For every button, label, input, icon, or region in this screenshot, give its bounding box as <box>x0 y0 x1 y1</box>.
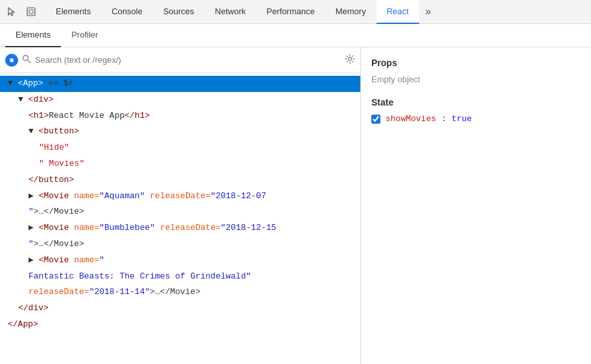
cursor-icon[interactable] <box>3 3 21 21</box>
top-tab-console[interactable]: Console <box>101 0 153 24</box>
state-value: true <box>452 114 472 124</box>
search-bar <box>0 47 360 73</box>
sub-tab-elements-sub[interactable]: Elements <box>5 24 61 47</box>
tree-line[interactable]: ">…</Movie> <box>0 204 360 220</box>
svg-rect-1 <box>29 10 33 14</box>
top-tab-memory[interactable]: Memory <box>325 0 377 24</box>
settings-icon[interactable] <box>345 54 355 67</box>
sub-tab-profiler[interactable]: Profiler <box>61 24 108 47</box>
svg-point-2 <box>23 56 29 61</box>
tree-line[interactable]: Fantastic Beasts: The Crimes of Grindelw… <box>0 269 360 285</box>
show-movies-checkbox[interactable] <box>371 115 380 124</box>
target-icon[interactable] <box>5 54 18 67</box>
tree-line[interactable]: ▼ <div> <box>0 92 360 108</box>
tree-line[interactable]: <h1>React Movie App</h1> <box>0 108 360 124</box>
svg-line-3 <box>28 60 30 63</box>
tree-line[interactable]: ">…</Movie> <box>0 236 360 253</box>
devtools-icon-buttons <box>3 3 40 21</box>
tree-line[interactable]: releaseDate="2018-11-14">…</Movie> <box>0 284 360 301</box>
top-tab-react[interactable]: React <box>377 0 419 24</box>
search-icon <box>22 54 31 65</box>
tree-line[interactable]: ▶ <Movie name="Aquaman" releaseDate="201… <box>0 188 360 205</box>
main-content: ▼ <App> == $r▼ <div><h1>React Movie App<… <box>0 47 591 364</box>
svg-point-4 <box>349 57 352 60</box>
props-title: Props <box>371 58 581 68</box>
top-tab-performance[interactable]: Performance <box>256 0 325 24</box>
top-tab-sources[interactable]: Sources <box>153 0 205 24</box>
tree-line[interactable]: </button> <box>0 172 360 188</box>
state-title: State <box>371 97 581 108</box>
tree-line[interactable]: </div> <box>0 301 360 317</box>
component-tree-panel: ▼ <App> == $r▼ <div><h1>React Movie App<… <box>0 47 361 364</box>
top-tab-elements[interactable]: Elements <box>45 0 101 24</box>
props-empty: Empty object <box>371 74 581 84</box>
top-tabs-list: ElementsConsoleSourcesNetworkPerformance… <box>45 0 419 24</box>
tree-line[interactable]: ▼ <App> == $r <box>0 76 360 92</box>
tree-line[interactable]: " Movies" <box>0 156 360 172</box>
inspect-icon[interactable] <box>22 3 40 21</box>
tree-line[interactable]: "Hide" <box>0 140 360 156</box>
tree-line[interactable]: ▶ <Movie name="Bumblebee" releaseDate="2… <box>0 220 360 236</box>
tree-line[interactable]: </App> <box>0 317 360 333</box>
state-row: showMovies : true <box>371 114 581 124</box>
component-tree[interactable]: ▼ <App> == $r▼ <div><h1>React Movie App<… <box>0 73 360 364</box>
svg-rect-0 <box>27 8 35 16</box>
sub-tabs-list: ElementsProfiler <box>5 24 108 47</box>
tree-line[interactable]: ▶ <Movie name=" <box>0 253 360 269</box>
tree-line[interactable]: ▼ <button> <box>0 124 360 140</box>
more-tabs-button[interactable]: » <box>419 3 437 21</box>
top-tab-bar: ElementsConsoleSourcesNetworkPerformance… <box>0 0 591 24</box>
top-tab-network[interactable]: Network <box>205 0 257 24</box>
search-input[interactable] <box>35 55 341 65</box>
state-key: showMovies <box>386 114 436 124</box>
props-state-panel: Props Empty object State showMovies : tr… <box>361 47 591 364</box>
state-colon: : <box>441 114 446 124</box>
sub-tab-bar: ElementsProfiler <box>0 24 591 47</box>
